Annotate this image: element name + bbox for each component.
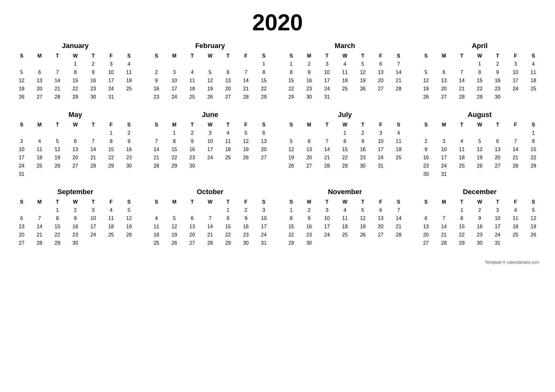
day-cell: 8	[453, 214, 471, 223]
day-cell: 14	[390, 214, 408, 223]
day-cell	[165, 206, 184, 214]
day-cell	[417, 60, 435, 68]
day-header: T	[219, 121, 237, 129]
day-cell: 22	[48, 231, 66, 239]
day-header: T	[48, 121, 66, 129]
table-row: 123456	[147, 129, 273, 137]
table-row: 12131415161718	[13, 77, 138, 85]
day-cell: 16	[354, 145, 372, 154]
day-cell: 21	[507, 154, 525, 162]
day-cell: 23	[417, 162, 435, 170]
day-cell: 16	[120, 145, 138, 154]
day-cell: 2	[147, 68, 165, 77]
day-cell: 4	[453, 137, 471, 145]
table-row: 9101112131415	[147, 77, 273, 85]
table-row: 12345	[13, 206, 138, 214]
day-header: T	[489, 198, 507, 206]
day-cell: 23	[237, 231, 255, 239]
table-row: 1234567	[282, 206, 408, 214]
day-cell: 29	[48, 239, 66, 247]
day-cell: 15	[102, 145, 120, 154]
day-header: F	[102, 121, 120, 129]
day-header: T	[183, 198, 201, 206]
day-cell: 16	[300, 77, 318, 85]
day-cell: 4	[219, 129, 237, 137]
day-cell: 7	[390, 60, 408, 68]
day-cell: 26	[524, 231, 542, 239]
day-cell: 21	[48, 85, 66, 93]
day-cell	[120, 239, 138, 247]
day-cell	[165, 60, 184, 68]
day-cell	[435, 129, 453, 137]
day-header: S	[255, 52, 273, 60]
day-cell: 30	[300, 239, 318, 247]
day-cell	[453, 170, 471, 178]
day-header: M	[165, 52, 184, 60]
day-header: T	[453, 198, 471, 206]
table-row: 21222324252627	[147, 154, 273, 162]
month-table-october: SMTWTFS123456789101112131415161718192021…	[147, 198, 273, 247]
day-cell: 24	[102, 85, 120, 93]
table-row: 19202122232425	[13, 85, 138, 93]
day-cell	[372, 239, 390, 247]
table-row: 12	[13, 129, 138, 137]
day-cell: 28	[435, 239, 453, 247]
day-cell	[354, 93, 372, 101]
day-cell: 10	[318, 68, 336, 77]
day-cell: 9	[183, 137, 201, 145]
day-cell: 13	[219, 77, 237, 85]
day-cell: 26	[237, 154, 255, 162]
day-cell: 9	[354, 137, 372, 145]
day-cell: 13	[417, 223, 435, 231]
day-cell: 10	[489, 214, 507, 223]
day-cell: 18	[390, 145, 408, 154]
day-cell: 26	[354, 85, 372, 93]
day-header: M	[435, 198, 453, 206]
day-cell: 21	[84, 154, 102, 162]
day-cell: 9	[300, 68, 318, 77]
day-cell: 21	[390, 223, 408, 231]
day-cell: 1	[219, 206, 237, 214]
day-cell: 8	[471, 68, 489, 77]
table-row: 19202122232425	[417, 85, 542, 93]
day-cell: 15	[165, 145, 184, 154]
day-cell: 14	[318, 145, 336, 154]
day-cell: 10	[435, 145, 453, 154]
day-cell: 5	[201, 68, 219, 77]
day-cell: 31	[102, 93, 120, 101]
day-cell: 27	[300, 162, 318, 170]
day-cell: 24	[372, 154, 390, 162]
day-cell	[48, 129, 66, 137]
day-cell	[84, 170, 102, 178]
day-header: W	[336, 52, 354, 60]
day-cell: 26	[417, 93, 435, 101]
day-cell: 6	[489, 137, 507, 145]
day-cell: 27	[255, 154, 273, 162]
day-cell: 17	[489, 223, 507, 231]
day-cell: 3	[84, 206, 102, 214]
day-cell: 7	[48, 68, 66, 77]
day-cell: 8	[524, 137, 542, 145]
day-cell	[354, 239, 372, 247]
day-cell: 11	[31, 145, 49, 154]
table-row: 19202122232425	[282, 154, 408, 162]
day-cell	[31, 170, 49, 178]
day-cell: 8	[255, 68, 273, 77]
day-cell: 19	[417, 85, 435, 93]
day-cell: 12	[237, 137, 255, 145]
day-cell	[282, 129, 300, 137]
day-cell: 26	[471, 162, 489, 170]
table-row: 31	[13, 170, 138, 178]
day-cell: 24	[435, 162, 453, 170]
month-table-august: SMTWTFS123456789101112131415161718192021…	[417, 121, 542, 178]
day-cell: 26	[282, 162, 300, 170]
month-table-september: SMTWTFS123456789101112131415161718192021…	[13, 198, 138, 247]
table-row: 2728293031	[417, 239, 542, 247]
day-cell: 12	[165, 223, 184, 231]
day-cell: 1	[471, 60, 489, 68]
day-cell: 7	[147, 137, 165, 145]
day-cell: 4	[147, 214, 165, 223]
day-cell: 27	[219, 93, 237, 101]
day-cell	[13, 129, 31, 137]
month-block-december: DecemberSMTWTFS1234567891011121314151617…	[417, 188, 542, 247]
